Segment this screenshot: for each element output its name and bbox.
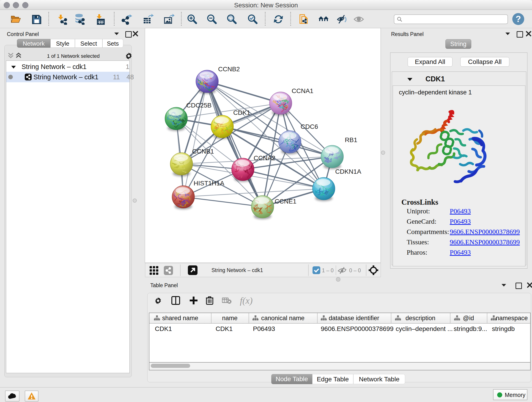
svg-text:CCNA2: CCNA2 xyxy=(254,154,275,162)
svg-text:RB1: RB1 xyxy=(345,136,357,143)
svg-text:CCNB2: CCNB2 xyxy=(218,65,240,73)
svg-text:CDKN1A: CDKN1A xyxy=(335,168,361,175)
svg-text:CDK1: CDK1 xyxy=(233,109,250,116)
svg-text:CCNE1: CCNE1 xyxy=(275,198,297,205)
svg-text:CCNB1: CCNB1 xyxy=(192,148,214,155)
svg-text:CCNA1: CCNA1 xyxy=(292,87,313,95)
svg-text:CDC25B: CDC25B xyxy=(186,102,211,109)
svg-text:CDC6: CDC6 xyxy=(301,123,318,130)
svg-text:?: ? xyxy=(515,14,521,24)
svg-text:HIST1H1A: HIST1H1A xyxy=(194,180,224,187)
